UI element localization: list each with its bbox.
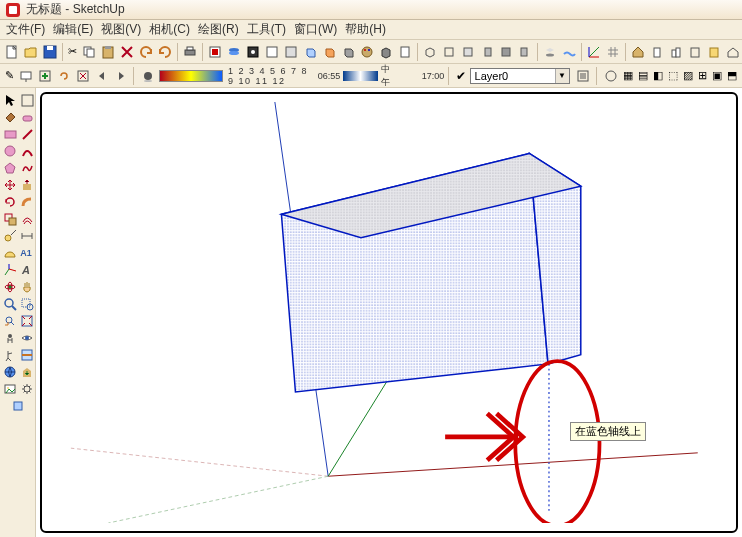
dimension-tool-icon[interactable] [19,228,34,243]
cube-style-orange-icon[interactable] [321,43,337,61]
delete-scene-icon[interactable] [75,67,91,85]
menu-edit[interactable]: 编辑(E) [53,21,93,38]
menu-view[interactable]: 视图(V) [101,21,141,38]
text-tool-icon[interactable]: A1 [19,245,34,260]
settings-icon[interactable] [19,381,34,396]
dropdown-arrow-icon[interactable]: ▼ [555,69,569,83]
menu-window[interactable]: 窗口(W) [294,21,337,38]
zoom-extents-tool-icon[interactable] [19,313,34,328]
next-scene-icon[interactable] [113,67,129,85]
paint-bucket-icon[interactable] [2,109,17,124]
print-icon[interactable] [182,43,198,61]
building2-icon[interactable] [668,43,684,61]
grid-icon[interactable] [605,43,621,61]
zoom-tool-icon[interactable] [2,296,17,311]
move-tool-icon[interactable] [2,177,17,192]
view-right-icon[interactable] [479,43,495,61]
view-top-icon[interactable] [441,43,457,61]
new-file-icon[interactable] [4,43,20,61]
zoom-window-tool-icon[interactable] [19,296,34,311]
tape-tool-icon[interactable] [2,228,17,243]
photo-texture-icon[interactable] [2,381,17,396]
warehouse-icon[interactable] [725,43,741,61]
box-shaded-icon[interactable] [283,43,299,61]
navigator-icon[interactable] [245,43,261,61]
view-front-icon[interactable] [460,43,476,61]
pencil-small-icon[interactable]: ✎ [4,67,15,85]
warehouse-download-icon[interactable] [19,364,34,379]
pushpull-tool-icon[interactable] [19,177,34,192]
delete-icon[interactable] [119,43,135,61]
cube-style-icon[interactable] [302,43,318,61]
building-outline-icon[interactable] [687,43,703,61]
prev-scene-icon[interactable] [94,67,110,85]
extra-9-icon[interactable]: ⬒ [726,67,738,85]
eraser-icon[interactable] [19,109,34,124]
time-of-day-bar[interactable] [343,71,377,81]
zoom-prev-tool-icon[interactable] [2,313,17,328]
offset-tool-icon[interactable] [19,211,34,226]
extra-7-icon[interactable]: ⊞ [697,67,708,85]
line-tool-icon[interactable] [19,126,34,141]
extra-8-icon[interactable]: ▣ [711,67,723,85]
rotate-tool-icon[interactable] [2,194,17,209]
geo-icon[interactable] [2,364,17,379]
open-file-icon[interactable] [23,43,39,61]
extra-4-icon[interactable]: ◧ [652,67,664,85]
book-icon[interactable] [706,43,722,61]
viewport[interactable]: 在蓝色轴线上 [50,102,728,523]
house-icon[interactable] [630,43,646,61]
plus-scene-icon[interactable] [37,67,53,85]
save-file-icon[interactable] [42,43,58,61]
scale-tool-icon[interactable] [2,211,17,226]
building1-icon[interactable] [649,43,665,61]
view-iso-icon[interactable] [422,43,438,61]
pan-tool-icon[interactable] [19,279,34,294]
paste-icon[interactable] [100,43,116,61]
followme-tool-icon[interactable] [19,194,34,209]
model-canvas[interactable] [50,102,728,523]
shadow-toggle-icon[interactable] [140,67,156,85]
undo-icon[interactable] [138,43,154,61]
arc-tool-icon[interactable] [19,143,34,158]
axes-toggle-icon[interactable] [586,43,602,61]
extra-3-icon[interactable]: ▤ [637,67,649,85]
layer-options-icon[interactable] [574,67,592,85]
view-back-icon[interactable] [498,43,514,61]
extra-1-icon[interactable] [603,67,619,85]
axes-tool-icon[interactable] [2,262,17,277]
extra-tool-icon[interactable] [10,398,25,413]
layer-icon[interactable] [226,43,242,61]
protractor-tool-icon[interactable] [2,245,17,260]
fog-icon[interactable] [561,43,577,61]
cube-grid-icon[interactable] [340,43,356,61]
menu-file[interactable]: 文件(F) [6,21,45,38]
position-camera-icon[interactable] [2,330,17,345]
menu-camera[interactable]: 相机(C) [149,21,190,38]
freehand-tool-icon[interactable] [19,160,34,175]
menu-draw[interactable]: 绘图(R) [198,21,239,38]
polygon-tool-icon[interactable] [2,160,17,175]
cut-icon[interactable]: ✂ [67,43,78,61]
refresh-scene-icon[interactable] [56,67,72,85]
month-color-bar[interactable] [159,70,223,82]
cube-block-icon[interactable] [378,43,394,61]
section-plane-icon[interactable] [19,347,34,362]
view-left-icon[interactable] [517,43,533,61]
palette-icon[interactable] [359,43,375,61]
layer-visible-check-icon[interactable]: ✔ [456,69,466,83]
extra-5-icon[interactable]: ⬚ [667,67,679,85]
extra-6-icon[interactable]: ▨ [682,67,694,85]
select-tool-icon[interactable] [2,92,17,107]
shadow-icon[interactable] [542,43,558,61]
walk-tool-icon[interactable] [2,347,17,362]
circle-tool-icon[interactable] [2,143,17,158]
sheet-icon[interactable] [397,43,413,61]
menu-tools[interactable]: 工具(T) [247,21,286,38]
lookaround-tool-icon[interactable] [19,330,34,345]
redo-icon[interactable] [157,43,173,61]
copy-icon[interactable] [81,43,97,61]
orbit-tool-icon[interactable] [2,279,17,294]
menu-help[interactable]: 帮助(H) [345,21,386,38]
box-empty-icon[interactable] [264,43,280,61]
